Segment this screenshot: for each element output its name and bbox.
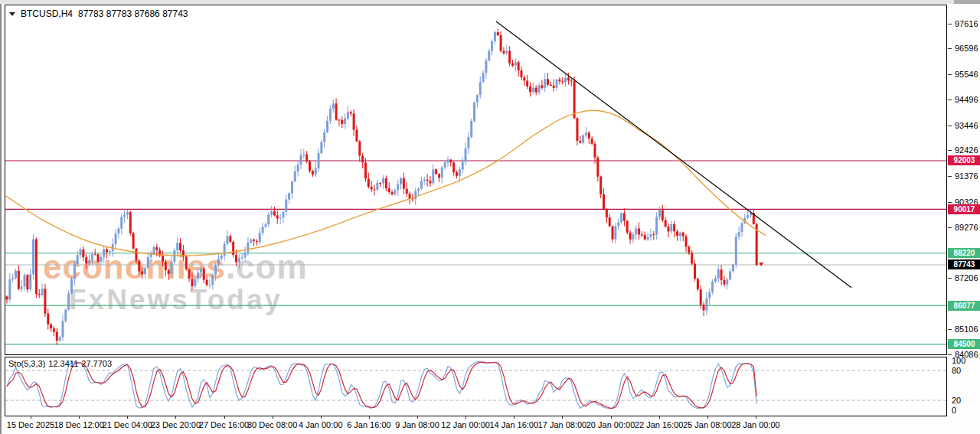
indicator-k-value: 12.3411: [48, 359, 78, 368]
time-axis-tick: [127, 416, 128, 419]
price-axis-label: 85106: [955, 325, 978, 334]
time-axis-tick: [659, 416, 660, 419]
price-axis-label: 91376: [955, 171, 978, 181]
time-axis-tick: [31, 416, 31, 419]
price-axis-label: 87206: [955, 273, 978, 282]
price-level-chip: 88220: [948, 248, 980, 258]
time-axis-tick: [417, 416, 418, 419]
time-axis-label: 30 Dec 08:00: [247, 420, 297, 429]
symbol-label: BTCUSD,H4: [21, 8, 73, 19]
time-axis-tick: [321, 416, 322, 419]
time-axis-tick: [175, 416, 176, 419]
time-axis-tick: [224, 416, 225, 419]
price-axis-tick: [948, 227, 952, 228]
sto-axis-label: 20: [952, 396, 961, 405]
price-level-chip: 84500: [948, 339, 980, 349]
watermark-brand: economies: [43, 248, 226, 286]
price-axis-tick: [948, 354, 952, 355]
price-pane[interactable]: economies.com FxNewsToday: [5, 5, 947, 355]
time-axis-tick: [562, 416, 563, 419]
time-axis-label: 23 Dec 20:00: [151, 420, 201, 429]
time-axis-tick: [756, 416, 756, 419]
time-axis-tick: [79, 416, 80, 419]
time-axis-label: 18 Dec 12:00: [54, 420, 103, 429]
price-axis-tick: [948, 278, 952, 279]
price-axis-tick: [948, 126, 952, 126]
price-axis-label: 92426: [955, 145, 978, 155]
time-axis-label: 20 Jan 00:00: [586, 420, 635, 429]
price-axis-tick: [948, 100, 952, 100]
price-level-chip: 92003: [948, 155, 980, 165]
time-axis-tick: [707, 416, 708, 419]
quote-values: 87783 87783 87686 87743: [78, 8, 188, 19]
price-axis-label: 97616: [955, 19, 978, 28]
time-axis-label: 14 Jan 16:00: [489, 420, 538, 429]
stochastic-pane[interactable]: [5, 357, 947, 416]
price-axis-label: 96596: [955, 44, 978, 53]
price-axis-tick: [948, 74, 952, 75]
scrollbar-thumb[interactable]: [954, 0, 980, 4]
price-level-chip: 90017: [948, 204, 980, 214]
time-axis-tick: [466, 416, 466, 419]
price-axis-tick: [948, 48, 952, 49]
indicator-title: Sto(5,3,3)12.341127.7703: [8, 359, 115, 368]
time-axis-label: 9 Jan 08:00: [395, 420, 439, 429]
time-axis-tick: [514, 416, 514, 419]
time-axis-tick: [273, 416, 273, 419]
watermark-subbrand: FxNewsToday: [69, 286, 308, 314]
price-axis-tick: [948, 176, 952, 177]
indicator-name: Sto(5,3,3): [8, 359, 45, 368]
time-axis-tick: [369, 416, 370, 419]
price-axis-label: 93446: [955, 121, 978, 130]
price-axis-tick: [948, 150, 952, 151]
price-axis-tick: [948, 202, 952, 203]
sto-axis-label: 0: [952, 406, 956, 415]
price-axis-label: 95546: [955, 70, 978, 79]
price-axis-label: 89276: [955, 223, 978, 232]
indicator-d-value: 27.7703: [81, 359, 112, 368]
time-axis-label: 15 Dec 2025: [7, 420, 54, 429]
time-axis-label: 12 Jan 00:00: [441, 420, 490, 429]
price-axis-tick: [948, 329, 952, 330]
time-axis-label: 27 Dec 16:00: [199, 420, 249, 429]
time-axis-label: 17 Jan 08:00: [538, 420, 587, 429]
watermark-brand-suffix: .com: [226, 248, 308, 286]
time-axis-label: 21 Dec 04:00: [103, 420, 152, 429]
time-axis-tick: [611, 416, 612, 419]
current-price-chip: 87743: [948, 259, 980, 269]
chart-h-scrollbar[interactable]: [0, 0, 980, 4]
watermark: economies.com FxNewsToday: [43, 250, 308, 314]
sto-axis-label: 80: [952, 366, 961, 375]
time-axis-label: 4 Jan 00:00: [299, 420, 343, 429]
price-level-chip: 86077: [948, 301, 980, 311]
sto-axis-label: 100: [952, 356, 965, 365]
time-axis-label: 6 Jan 16:00: [347, 420, 391, 429]
time-axis-label: 25 Jan 08:00: [683, 420, 732, 429]
price-axis-label: 94496: [955, 95, 978, 104]
time-axis-label: 22 Jan 16:00: [635, 420, 684, 429]
symbol-dropdown-icon[interactable]: [9, 12, 15, 16]
price-axis-tick: [948, 24, 952, 24]
chart-title: BTCUSD,H4 87783 87783 87686 87743: [9, 8, 188, 19]
time-axis-label: 28 Jan 00:00: [731, 420, 780, 429]
window-left-frame: [0, 0, 2, 434]
